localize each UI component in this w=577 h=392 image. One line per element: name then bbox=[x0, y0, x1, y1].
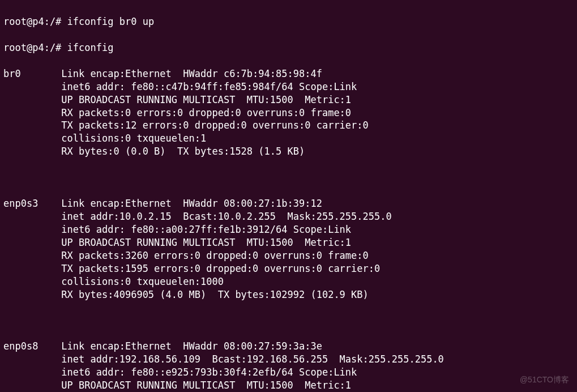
iface-name: enp0s8 bbox=[3, 340, 61, 353]
iface-line: RX bytes:0 (0.0 B) TX bytes:1528 (1.5 KB… bbox=[61, 146, 305, 157]
iface-line: RX packets:3260 errors:0 dropped:0 overr… bbox=[61, 250, 368, 261]
iface-details: Link encap:Ethernet HWaddr c6:7b:94:85:9… bbox=[61, 67, 368, 159]
iface-line: collisions:0 txqueuelen:1 bbox=[61, 133, 206, 144]
iface-line: RX bytes:4096905 (4.0 MB) TX bytes:10299… bbox=[61, 289, 368, 300]
iface-line: inet6 addr: fe80::e925:793b:30f4:2efb/64… bbox=[61, 367, 357, 378]
iface-details: Link encap:Ethernet HWaddr 08:00:27:1b:3… bbox=[61, 197, 391, 301]
iface-line: inet addr:10.0.2.15 Bcast:10.0.2.255 Mas… bbox=[61, 211, 391, 222]
iface-line: RX packets:0 errors:0 dropped:0 overruns… bbox=[61, 107, 351, 118]
prompt-line-2: root@p4:/# ifconfig bbox=[3, 41, 574, 54]
prompt: root@p4:/# bbox=[3, 42, 61, 53]
iface-line: inet6 addr: fe80::a00:27ff:fe1b:3912/64 … bbox=[61, 224, 351, 235]
command-2: ifconfig bbox=[67, 42, 114, 53]
iface-line: Link encap:Ethernet HWaddr c6:7b:94:85:9… bbox=[61, 68, 322, 79]
iface-name: br0 bbox=[3, 67, 61, 80]
iface-line: TX packets:1595 errors:0 dropped:0 overr… bbox=[61, 263, 380, 274]
iface-line: inet6 addr: fe80::c47b:94ff:fe85:984f/64… bbox=[61, 81, 357, 92]
iface-block-enp0s8: enp0s8Link encap:Ethernet HWaddr 08:00:2… bbox=[3, 340, 574, 392]
command-1: ifconfig br0 up bbox=[67, 16, 155, 27]
blank-line bbox=[3, 314, 574, 327]
prompt: root@p4:/# bbox=[3, 16, 61, 27]
iface-line: UP BROADCAST RUNNING MULTICAST MTU:1500 … bbox=[61, 94, 351, 105]
prompt-line-1: root@p4:/# ifconfig br0 up bbox=[3, 15, 574, 28]
terminal-output[interactable]: root@p4:/# ifconfig br0 up root@p4:/# if… bbox=[0, 0, 577, 392]
iface-block-enp0s3: enp0s3Link encap:Ethernet HWaddr 08:00:2… bbox=[3, 197, 574, 301]
iface-line: UP BROADCAST RUNNING MULTICAST MTU:1500 … bbox=[61, 237, 351, 248]
iface-line: collisions:0 txqueuelen:1000 bbox=[61, 276, 224, 287]
blank-line bbox=[3, 171, 574, 184]
iface-line: inet addr:192.168.56.109 Bcast:192.168.5… bbox=[61, 353, 444, 365]
iface-line: Link encap:Ethernet HWaddr 08:00:27:59:3… bbox=[61, 340, 322, 352]
iface-line: Link encap:Ethernet HWaddr 08:00:27:1b:3… bbox=[61, 198, 322, 209]
iface-line: TX packets:12 errors:0 dropped:0 overrun… bbox=[61, 120, 368, 131]
iface-name: enp0s3 bbox=[3, 197, 61, 210]
iface-line: UP BROADCAST RUNNING MULTICAST MTU:1500 … bbox=[61, 380, 351, 391]
watermark: @51CTO博客 bbox=[520, 374, 569, 385]
iface-details: Link encap:Ethernet HWaddr 08:00:27:59:3… bbox=[61, 340, 444, 392]
iface-block-br0: br0Link encap:Ethernet HWaddr c6:7b:94:8… bbox=[3, 67, 574, 159]
